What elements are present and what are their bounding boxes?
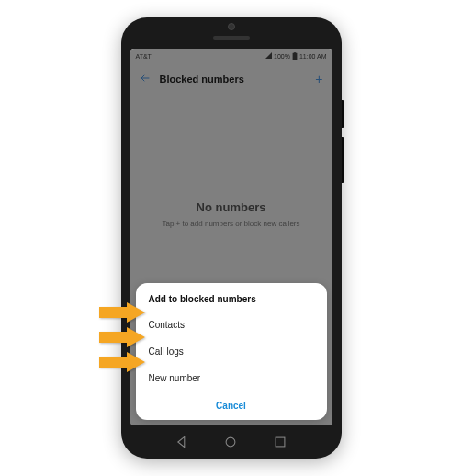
nav-home-icon[interactable] [223,435,238,449]
nav-recent-icon[interactable] [273,435,287,449]
phone-screen: AT&T 100% 11:00 AM Blocked numbers + No … [130,49,332,425]
android-nav-bar [130,425,332,459]
sheet-option-contacts[interactable]: Contacts [136,312,327,338]
sheet-title: Add to blocked numbers [136,294,327,312]
phone-side-button [342,100,344,128]
svg-rect-3 [276,437,285,447]
earpiece-speaker [213,36,250,40]
annotation-arrow-icon [99,327,145,347]
front-camera [228,23,235,30]
sheet-option-call-logs[interactable]: Call logs [136,338,327,365]
phone-side-button [342,137,344,183]
bottom-sheet-dialog: Add to blocked numbers Contacts Call log… [136,283,327,420]
nav-back-icon[interactable] [175,435,189,449]
annotation-arrow-icon [99,352,145,372]
phone-top-bezel [130,27,332,49]
sheet-option-new-number[interactable]: New number [136,365,327,391]
svg-point-2 [227,437,236,447]
phone-device-frame: AT&T 100% 11:00 AM Blocked numbers + No … [121,17,342,459]
annotation-arrow-icon [99,302,145,323]
cancel-button[interactable]: Cancel [136,391,327,414]
